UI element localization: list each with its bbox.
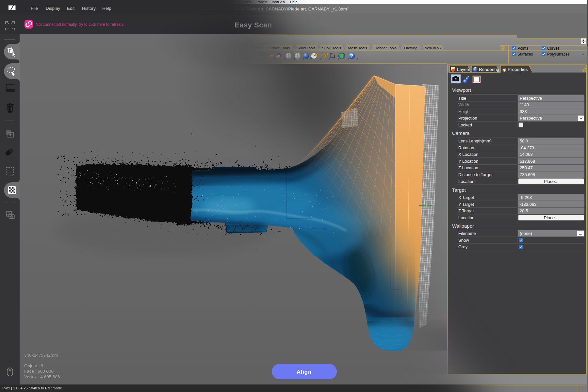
svg-text:Display: Display bbox=[46, 6, 60, 11]
svg-text:Object : 8: Object : 8 bbox=[24, 363, 43, 368]
svg-text:Help: Help bbox=[102, 6, 111, 11]
svg-text:Not connected normally, try to: Not connected normally, try to click her… bbox=[36, 22, 124, 27]
svg-text:Edit: Edit bbox=[67, 6, 75, 11]
svg-text:Align: Align bbox=[297, 369, 312, 375]
svg-text:File: File bbox=[31, 6, 38, 11]
svg-text:Lynx | 21:34:25 Switch to Edit: Lynx | 21:34:25 Switch to Edit mode bbox=[2, 386, 62, 390]
svg-text:Vertex : 4 695 686: Vertex : 4 695 686 bbox=[24, 374, 60, 379]
svg-text:History: History bbox=[82, 6, 96, 11]
svg-text:Face : 600 000: Face : 600 000 bbox=[24, 369, 54, 374]
svg-text:340x247x342mm: 340x247x342mm bbox=[24, 353, 58, 358]
